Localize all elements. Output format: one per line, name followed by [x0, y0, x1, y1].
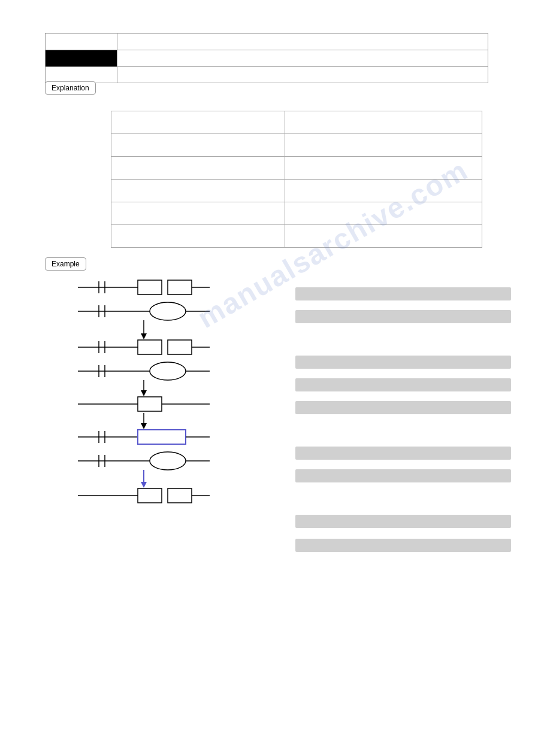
- svg-rect-20: [168, 340, 192, 354]
- mid-table-row: [111, 157, 482, 180]
- gray-block-8: [295, 515, 511, 528]
- svg-rect-50: [138, 488, 162, 503]
- mid-table-cell: [111, 134, 285, 157]
- gray-block-6: [295, 447, 511, 460]
- mid-table-cell: [111, 111, 285, 134]
- svg-point-45: [150, 452, 186, 470]
- mid-table-cell: [285, 134, 482, 157]
- mid-table-row: [111, 180, 482, 202]
- top-table-cell-right-2: [117, 50, 488, 66]
- svg-rect-39: [138, 430, 186, 444]
- svg-rect-4: [138, 280, 162, 294]
- svg-marker-34: [141, 423, 147, 429]
- mid-table-row: [111, 111, 482, 134]
- mid-table-cell: [285, 225, 482, 248]
- svg-marker-29: [141, 390, 147, 396]
- svg-rect-5: [168, 280, 192, 294]
- gray-block-4: [295, 378, 511, 391]
- example-button[interactable]: Example: [45, 257, 86, 271]
- mid-table-cell: [111, 180, 285, 202]
- top-table-row-2: [45, 50, 488, 66]
- mid-table-row: [111, 225, 482, 248]
- svg-rect-19: [138, 340, 162, 354]
- svg-rect-51: [168, 488, 192, 503]
- gray-block-5: [295, 401, 511, 414]
- svg-point-11: [150, 302, 186, 320]
- gray-block-9: [295, 539, 511, 552]
- top-table-row-1: [45, 33, 488, 50]
- gray-block-3: [295, 356, 511, 369]
- gray-block-1: [295, 287, 511, 300]
- top-table-cell-left-1: [46, 34, 117, 50]
- mid-table-cell: [285, 180, 482, 202]
- mid-table-cell: [111, 225, 285, 248]
- gray-block-7: [295, 469, 511, 482]
- top-table-cell-right-3: [117, 67, 488, 83]
- top-table-cell-left-2: [46, 50, 117, 66]
- svg-rect-31: [138, 397, 162, 411]
- svg-marker-14: [141, 333, 147, 339]
- top-table-row-3: [45, 66, 488, 83]
- gray-block-2: [295, 310, 511, 323]
- top-table: [45, 33, 488, 83]
- top-table-cell-left-3: [46, 67, 117, 83]
- mid-table: [111, 111, 482, 248]
- mid-table-cell: [111, 157, 285, 180]
- svg-point-26: [150, 362, 186, 380]
- mid-table-cell: [285, 157, 482, 180]
- mid-table-row: [111, 134, 482, 157]
- svg-marker-48: [141, 482, 147, 488]
- mid-table-cell: [285, 111, 482, 134]
- mid-table-cell: [285, 202, 482, 225]
- mid-table-row: [111, 202, 482, 225]
- top-table-cell-right-1: [117, 34, 488, 50]
- ladder-diagram: [78, 275, 258, 527]
- explanation-button[interactable]: Explanation: [45, 81, 96, 95]
- mid-table-cell: [111, 202, 285, 225]
